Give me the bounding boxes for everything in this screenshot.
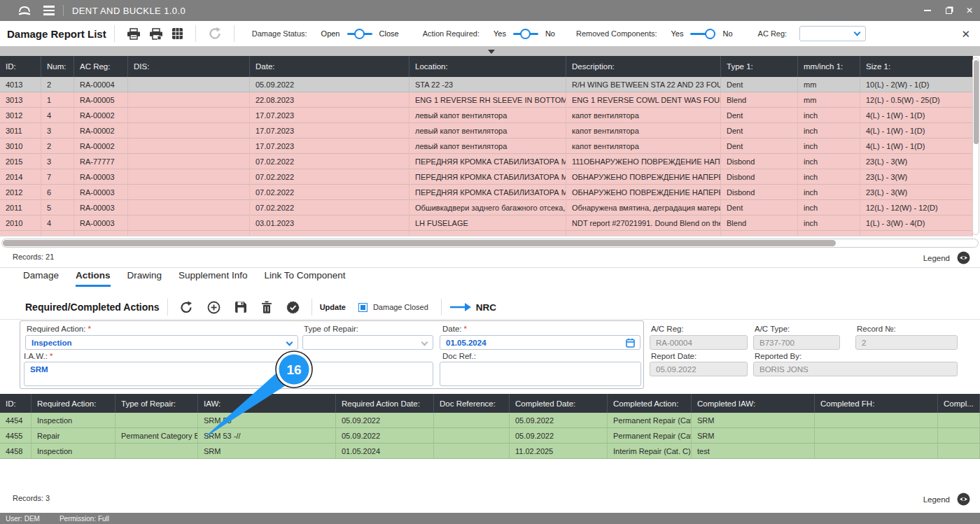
vertical-scrollbar-thumb[interactable] (974, 60, 979, 144)
column-header[interactable]: Compl... (938, 394, 980, 413)
update-button[interactable]: Update (320, 303, 346, 311)
required-action-select[interactable]: Inspection (25, 335, 298, 350)
export-excel-icon[interactable] (172, 27, 183, 40)
status-user: User: DEM (6, 515, 40, 523)
cell: Permanent Repair (Cat. A) (608, 413, 692, 428)
legend-eye-icon[interactable] (957, 251, 970, 264)
cell: 4013 (0, 77, 41, 92)
close-panel-icon[interactable]: ✕ (961, 28, 970, 41)
tab-damage[interactable]: Damage (23, 270, 59, 287)
cell: ПЕРЕДНЯЯ КРОМКА СТАБИЛИЗАТОРА МЕЖДУ... (410, 169, 566, 185)
add-action-icon[interactable] (207, 301, 220, 314)
table-row[interactable]: 20104RA-0000303.01.2023LH FUSELAGENDT re… (0, 215, 973, 231)
table-row[interactable]: 4455RepairPermanent Category B (...SRM 5… (0, 428, 980, 444)
undo-icon[interactable] (180, 301, 193, 314)
delete-icon[interactable] (261, 301, 272, 314)
collapse-splitter[interactable] (0, 46, 980, 56)
menu-icon[interactable] (43, 6, 55, 15)
cell (128, 169, 250, 185)
column-header[interactable]: ID: (0, 394, 31, 413)
arrow-right-icon (449, 302, 472, 312)
cell: Permanent Category B (... (115, 428, 198, 444)
cell (815, 413, 938, 428)
table-row[interactable]: 30131RA-0000522.08.2023ENG 1 REVERSE RH … (0, 92, 973, 108)
table-row[interactable]: 40132RA-0000405.09.2022STA 22 -23R/H WIN… (0, 77, 973, 92)
column-header[interactable]: DIS: (128, 56, 250, 77)
table-row[interactable]: 4458InspectionSRM01.05.202411.02.2025Int… (0, 444, 980, 459)
legend-eye-icon[interactable] (957, 493, 970, 506)
iaw-textarea[interactable]: SRM (24, 362, 433, 386)
divider (114, 25, 115, 42)
divider (195, 25, 196, 42)
save-icon[interactable] (234, 301, 247, 313)
column-header[interactable]: Completed IAW: (692, 394, 815, 413)
cell: Dent (721, 139, 798, 154)
column-header[interactable]: Num: (41, 56, 74, 77)
table-row[interactable]: 20126RA-0000307.02.2022ПЕРЕДНЯЯ КРОМКА С… (0, 185, 973, 200)
column-header[interactable]: AC Reg: (74, 56, 128, 77)
close-window-button[interactable]: ✕ (959, 0, 980, 21)
column-header[interactable]: mm/inch 1: (798, 56, 860, 77)
print-icon[interactable] (127, 28, 141, 40)
table-row[interactable]: 4454InspectionSRM 5305.09.202205.09.2022… (0, 413, 980, 428)
table-row[interactable] (0, 231, 973, 236)
damage-closed-checkbox[interactable] (358, 303, 368, 312)
action-required-toggle[interactable] (513, 29, 538, 39)
cell: SRM (692, 413, 815, 428)
legend-control: Legend (923, 251, 970, 264)
removed-components-toggle[interactable] (690, 29, 715, 39)
nrc-button[interactable]: NRC (449, 302, 496, 313)
column-header[interactable]: ID: (0, 56, 41, 77)
table-row[interactable]: 30102RA-0000217.07.2023левый капот венти… (0, 139, 973, 154)
verify-badge-icon[interactable] (286, 301, 300, 314)
minimize-button[interactable] (917, 0, 938, 21)
cell: 07.02.2022 (250, 154, 410, 169)
nrc-label: NRC (476, 302, 496, 313)
column-header[interactable]: Completed FH: (815, 394, 938, 413)
calendar-icon[interactable] (626, 338, 635, 349)
column-header[interactable]: Location: (410, 56, 566, 77)
tab-actions[interactable]: Actions (76, 270, 111, 287)
ac-type-label: A/C Type: (755, 325, 790, 333)
cell (128, 92, 250, 108)
column-header[interactable]: Completed Date: (510, 394, 608, 413)
column-header[interactable]: Date: (250, 56, 410, 77)
column-header[interactable]: Doc Reference: (434, 394, 510, 413)
print-report-icon[interactable] (149, 28, 163, 40)
column-header[interactable]: Type 1: (721, 56, 798, 77)
column-header[interactable]: IAW: (198, 394, 336, 413)
cell (115, 413, 198, 428)
cell (74, 231, 128, 236)
cell: SRM 53 (198, 413, 336, 428)
cell: 7 (41, 169, 74, 185)
column-header[interactable]: Required Action Date: (336, 394, 434, 413)
column-header[interactable]: Completed Action: (608, 394, 692, 413)
app-window: DENT AND BUCKLE 1.0.0 ✕ Damage Report Li… (0, 0, 980, 524)
column-header[interactable]: Size 1: (860, 56, 973, 77)
cell: inch (798, 123, 860, 139)
titlebar-divider (63, 5, 64, 16)
type-of-repair-select[interactable] (302, 335, 433, 350)
action-required-label: Action Required: (423, 29, 479, 38)
damage-status-toggle[interactable] (347, 29, 372, 39)
tab-supplement-info[interactable]: Supplement Info (178, 270, 247, 287)
table-row[interactable]: 30124RA-0000217.07.2023левый капот венти… (0, 108, 973, 123)
date-input[interactable]: 01.05.2024 (440, 335, 640, 350)
doc-ref-label: Doc Ref.: (442, 352, 476, 360)
cell: 5 (41, 200, 74, 215)
cell: ENG 1 REVERSE RH SLEEVE IN BOTTOM PLACE.… (410, 92, 566, 108)
table-row[interactable]: 20147RA-0000307.02.2022ПЕРЕДНЯЯ КРОМКА С… (0, 169, 973, 185)
refresh-icon[interactable] (208, 27, 222, 41)
column-header[interactable]: Description: (566, 56, 721, 77)
tab-link-to-component[interactable]: Link To Component (264, 270, 345, 287)
horizontal-scrollbar-thumb[interactable] (3, 240, 836, 246)
table-row[interactable]: 30113RA-0000217.07.2023левый капот венти… (0, 123, 973, 139)
table-row[interactable]: 20153RA-7777707.02.2022ПЕРЕДНЯЯ КРОМКА С… (0, 154, 973, 169)
ac-reg-select[interactable] (799, 26, 866, 41)
column-header[interactable]: Type of Repair: (115, 394, 198, 413)
tab-drawing[interactable]: Drawing (127, 270, 162, 287)
table-row[interactable]: 20115RA-0000307.02.2022Обшивкадвери задн… (0, 200, 973, 215)
column-header[interactable]: Required Action: (31, 394, 115, 413)
doc-ref-textarea[interactable] (440, 362, 641, 386)
restore-button[interactable] (938, 0, 959, 21)
